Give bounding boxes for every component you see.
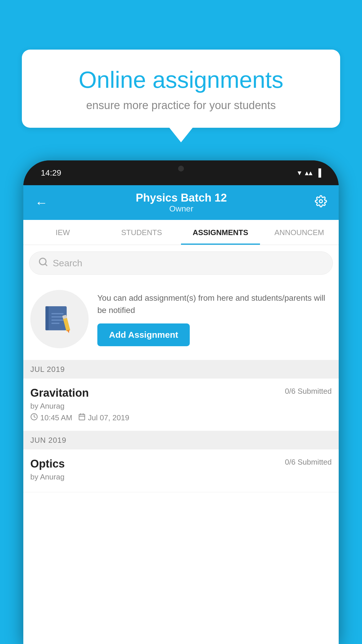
svg-point-0 xyxy=(319,200,323,203)
tab-students[interactable]: STUDENTS xyxy=(102,220,181,245)
date-value: Jul 07, 2019 xyxy=(88,413,129,422)
notch xyxy=(155,160,207,176)
tab-iew[interactable]: IEW xyxy=(23,220,102,245)
add-assignment-button[interactable]: Add Assignment xyxy=(97,323,190,346)
assignment-time-date: 10:45 AM Jul 07, 2019 xyxy=(30,413,332,423)
status-time: 14:29 xyxy=(41,168,61,178)
camera-dot xyxy=(178,166,184,172)
calendar-icon xyxy=(78,413,86,423)
svg-rect-4 xyxy=(45,306,49,330)
date-item: Jul 07, 2019 xyxy=(78,413,129,423)
speech-bubble: Online assignments ensure more practice … xyxy=(22,50,340,128)
time-item: 10:45 AM xyxy=(30,413,72,423)
time-value: 10:45 AM xyxy=(40,413,72,422)
speech-bubble-tail xyxy=(169,128,193,142)
status-icons: ▾ ▴▴ ▐ xyxy=(298,168,321,177)
content-area: Search xyxy=(23,245,339,644)
assignment-top-row: Gravitation 0/6 Submitted xyxy=(30,387,332,399)
clock-icon xyxy=(30,413,38,423)
search-placeholder: Search xyxy=(53,258,82,269)
signal-icon: ▴▴ xyxy=(305,168,312,177)
speech-bubble-container: Online assignments ensure more practice … xyxy=(22,50,340,142)
assignment-name-optics: Optics xyxy=(30,458,65,470)
assignment-name: Gravitation xyxy=(30,387,89,399)
status-bar: 14:29 ▾ ▴▴ ▐ xyxy=(23,160,339,185)
search-icon xyxy=(38,257,48,269)
submitted-count-optics: 0/6 Submitted xyxy=(285,458,332,467)
assignment-author-optics: by Anurag xyxy=(30,473,332,482)
tab-announcements[interactable]: ANNOUNCEM xyxy=(260,220,339,245)
bubble-subtitle: ensure more practice for your students xyxy=(42,99,320,112)
tabs-bar: IEW STUDENTS ASSIGNMENTS ANNOUNCEM xyxy=(23,220,339,245)
settings-icon[interactable] xyxy=(315,195,327,210)
tab-assignments[interactable]: ASSIGNMENTS xyxy=(181,220,260,245)
phone-frame: 14:29 ▾ ▴▴ ▐ ← Physics Batch 12 Owner xyxy=(23,160,339,644)
battery-icon: ▐ xyxy=(316,168,321,177)
notebook-icon xyxy=(43,303,75,335)
submitted-count: 0/6 Submitted xyxy=(285,387,332,396)
section-header-jul2019: JUL 2019 xyxy=(23,360,339,379)
header-subtitle: Owner xyxy=(48,204,315,214)
add-assignment-right: You can add assignment(s) from here and … xyxy=(97,292,332,346)
wifi-icon: ▾ xyxy=(298,168,301,177)
assignment-top-row-optics: Optics 0/6 Submitted xyxy=(30,458,332,470)
svg-rect-8 xyxy=(52,323,60,324)
phone-screen: ← Physics Batch 12 Owner IEW STUDENTS AS… xyxy=(23,185,339,644)
section-header-jun2019: JUN 2019 xyxy=(23,431,339,449)
assignment-item-optics[interactable]: Optics 0/6 Submitted by Anurag xyxy=(23,449,339,492)
bubble-title: Online assignments xyxy=(42,67,320,93)
svg-rect-5 xyxy=(52,313,64,314)
header-title: Physics Batch 12 xyxy=(48,192,315,204)
back-button[interactable]: ← xyxy=(35,195,48,210)
search-bar[interactable]: Search xyxy=(29,251,333,275)
svg-line-2 xyxy=(45,264,47,266)
svg-rect-7 xyxy=(52,319,64,321)
app-header: ← Physics Batch 12 Owner xyxy=(23,185,339,220)
add-assignment-section: You can add assignment(s) from here and … xyxy=(23,281,339,360)
assignment-item-gravitation[interactable]: Gravitation 0/6 Submitted by Anurag 10:4… xyxy=(23,379,339,431)
svg-rect-6 xyxy=(52,316,64,317)
header-center: Physics Batch 12 Owner xyxy=(48,192,315,214)
add-desc-text: You can add assignment(s) from here and … xyxy=(97,292,332,316)
assignment-author: by Anurag xyxy=(30,402,332,411)
notebook-icon-circle xyxy=(30,290,89,348)
svg-rect-13 xyxy=(79,414,85,420)
